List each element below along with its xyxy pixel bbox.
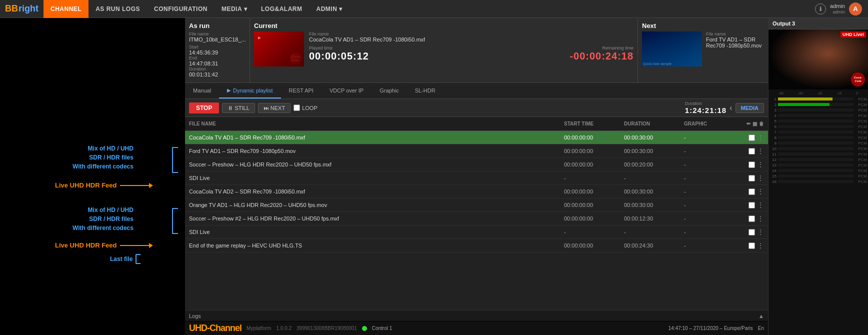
tab-rest-api[interactable]: REST API — [281, 83, 322, 98]
arrow-2 — [120, 245, 150, 246]
row-menu-icon[interactable]: ⋮ — [757, 188, 764, 196]
chevron-left-button[interactable]: ‹ — [730, 104, 732, 112]
stop-button[interactable]: STOP — [189, 102, 219, 114]
tab-vdcp[interactable]: VDCP over IP — [322, 83, 372, 98]
meter-row: 6 PCM — [770, 124, 867, 129]
output-preview: UHD Live! Coca-Cola — [768, 30, 868, 90]
row-checkbox[interactable] — [748, 188, 755, 195]
annotation-last-file: Last file — [110, 254, 140, 264]
row-menu-icon[interactable]: ⋮ — [757, 201, 764, 209]
row-menu-icon[interactable]: ⋮ — [757, 134, 764, 142]
tab-slhdr[interactable]: SL-HDR — [407, 83, 444, 98]
row-actions: ⋮ — [734, 160, 764, 168]
meter-label: PCM — [855, 141, 867, 146]
annotation-live-uhd-1: Live UHD HDR Feed — [55, 182, 150, 189]
current-thumbnail: Coca‑Cola ▶ — [254, 32, 304, 66]
loop-checkbox-label[interactable]: LOOP — [294, 104, 318, 111]
col-start-time: Start time — [564, 121, 624, 126]
platform-label: Myplatform — [246, 326, 271, 331]
logo-icon: BB — [5, 4, 18, 14]
top-section: As run File name ITMO_10bit_ESC18_... St… — [185, 18, 768, 83]
nav-channel[interactable]: CHANNEL — [44, 0, 88, 18]
tab-dynamic-playlist[interactable]: ▶ Dynamic playlist — [219, 83, 280, 98]
row-menu-icon[interactable]: ⋮ — [757, 214, 764, 222]
nav-asrunlogs[interactable]: AS RUN LOGS — [88, 0, 147, 18]
columns-icon[interactable]: ▦ — [752, 121, 757, 126]
table-row[interactable]: SDI Live - - - ⋮ — [185, 226, 768, 239]
row-menu-icon[interactable]: ⋮ — [757, 228, 764, 236]
build-label: 3999013008BBR19080001 — [296, 326, 357, 331]
version-label: 1.0.0.2 — [276, 326, 292, 331]
row-checkbox[interactable] — [748, 216, 755, 222]
row-checkbox[interactable] — [748, 148, 755, 154]
meter-bar-bg — [778, 142, 854, 144]
status-bar: UHD-Channel Myplatform 1.0.0.2 399901300… — [185, 321, 768, 335]
meter-bar-bg — [778, 147, 854, 150]
nav-configuration[interactable]: CONFIGURATION — [147, 0, 214, 18]
meter-num: 13 — [770, 163, 776, 168]
logo: BBright — [0, 4, 44, 14]
table-row[interactable]: Orange TV AD1 – HLG HDR Rec2020 – UHD50 … — [185, 198, 768, 212]
cell-start-time: 00:00:00:00 — [564, 202, 624, 208]
meter-num: 3 — [770, 108, 776, 112]
cell-duration: 00:00:12:30 — [624, 216, 684, 222]
as-run-start-value: 14:45:36:39 — [189, 50, 246, 56]
row-menu-icon[interactable]: ⋮ — [757, 242, 764, 250]
cell-graphic: - — [684, 202, 734, 208]
row-menu-icon[interactable]: ⋮ — [757, 174, 764, 182]
row-menu-icon[interactable]: ⋮ — [757, 147, 764, 155]
playlist-toolbar: STOP ⏸ STILL ⏭ NEXT LOOP Duration 1:24:2… — [185, 99, 768, 117]
table-row[interactable]: SDI Live - - - ⋮ — [185, 172, 768, 185]
table-row[interactable]: CocaCola TV AD2 – SDR Rec709 -1080i50.mx… — [185, 185, 768, 198]
arrow-1 — [120, 185, 150, 186]
tab-manual[interactable]: Manual — [185, 83, 219, 98]
row-checkbox[interactable] — [748, 202, 755, 208]
meter-num: 10 — [770, 146, 776, 151]
row-checkbox[interactable] — [748, 242, 755, 249]
nav-admin[interactable]: ADMIN ▾ — [310, 0, 350, 18]
table-row[interactable]: End of the game replay – HEVC UHD HLG.TS… — [185, 239, 768, 252]
meter-bar-bg — [778, 164, 854, 166]
still-button[interactable]: ⏸ STILL — [222, 103, 254, 113]
col-graphic: Graphic — [684, 121, 734, 126]
cell-duration: 00:00:30:00 — [624, 188, 684, 194]
row-checkbox[interactable] — [748, 134, 755, 141]
edit-icon[interactable]: ✏ — [746, 121, 750, 126]
nav-media[interactable]: MEDIA ▾ — [214, 0, 254, 18]
media-button[interactable]: MEDIA — [736, 103, 764, 113]
table-row[interactable]: Soccer – Preshow #2 – HLG HDR Rec2020 – … — [185, 212, 768, 226]
row-menu-icon[interactable]: ⋮ — [757, 160, 764, 168]
row-checkbox[interactable] — [748, 229, 755, 236]
meter-label: PCM — [855, 114, 867, 118]
admin-name: admin — [830, 2, 845, 10]
row-checkbox[interactable] — [748, 175, 755, 182]
center-content: As run File name ITMO_10bit_ESC18_... St… — [185, 18, 768, 335]
nav-logalarm[interactable]: LOG&ALARM — [254, 0, 310, 18]
table-row[interactable]: CocaCola TV AD1 – SDR Rec709 -1080i50.mx… — [185, 131, 768, 144]
table-row[interactable]: Soccer – Preshow – HLG HDR Rec2020 – UHD… — [185, 158, 768, 172]
cell-filename: Ford TV AD1 – SDR Rec709 -1080p50.mov — [189, 148, 564, 154]
next-file-value: Ford TV AD1 – SDR Rec709 -1080p50.mov — [706, 36, 764, 48]
info-button[interactable]: ℹ — [815, 4, 826, 14]
logs-up-button[interactable]: ▲ — [758, 313, 764, 319]
meter-label: PCM — [855, 130, 867, 134]
row-checkbox[interactable] — [748, 162, 755, 168]
delete-icon[interactable]: 🗑 — [759, 121, 764, 126]
next-button[interactable]: ⏭ NEXT — [258, 103, 290, 113]
as-run-start-label: Start — [189, 44, 246, 50]
as-run-title: As run — [189, 22, 246, 30]
tab-graphic[interactable]: Graphic — [372, 83, 407, 98]
meter-label: PCM — [855, 174, 867, 178]
loop-checkbox[interactable] — [294, 104, 300, 111]
table-row[interactable]: Ford TV AD1 – SDR Rec709 -1080p50.mov 00… — [185, 144, 768, 158]
meter-row: 12 PCM — [770, 157, 867, 162]
current-panel: Current Coca‑Cola ▶ File name CocaCola T… — [250, 18, 638, 82]
meter-bar-bg — [778, 103, 854, 106]
admin-avatar[interactable]: A — [849, 2, 862, 16]
meter-label: PCM — [855, 97, 867, 102]
meter-scale: -60 -40 -20 -10 0 — [770, 92, 867, 96]
meter-bar-bg — [778, 158, 854, 161]
logs-label: Logs — [189, 313, 201, 319]
cell-start-time: 00:00:00:00 — [564, 188, 624, 194]
live-label: UHD Live! — [840, 32, 866, 38]
